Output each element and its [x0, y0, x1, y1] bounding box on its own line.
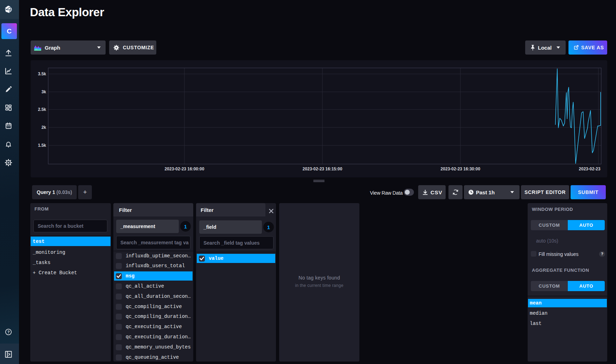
svg-text:2.5k: 2.5k [38, 107, 46, 112]
svg-text:1.5k: 1.5k [38, 143, 46, 148]
svg-text:3.5k: 3.5k [38, 71, 46, 76]
svg-text:2023-02-23 16:00:00: 2023-02-23 16:00:00 [165, 167, 205, 171]
svg-text:2k: 2k [42, 125, 46, 130]
svg-text:2023-02-23 16:30:00: 2023-02-23 16:30:00 [441, 167, 480, 171]
svg-text:?: ? [7, 330, 10, 334]
svg-text:2023-02-23 16:15:00: 2023-02-23 16:15:00 [303, 167, 342, 171]
svg-text:3k: 3k [42, 89, 46, 94]
svg-text:2023-02-23: 2023-02-23 [579, 167, 601, 171]
